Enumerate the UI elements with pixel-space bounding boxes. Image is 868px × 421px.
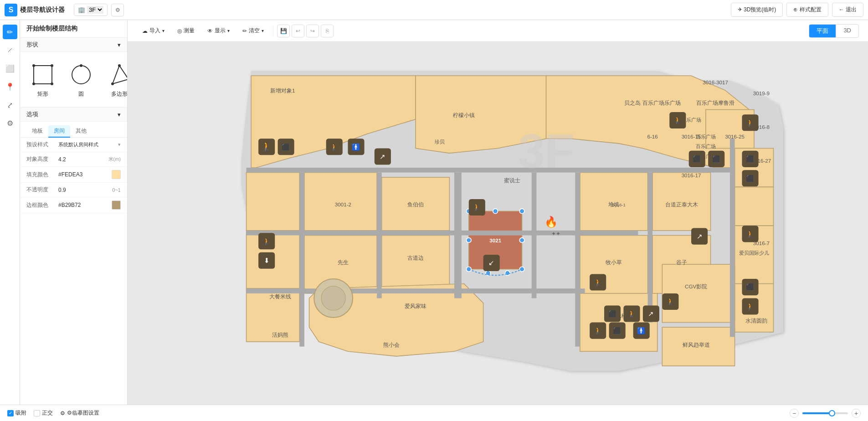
- fill-color-swatch[interactable]: [112, 170, 121, 179]
- border-color-row: 边框颜色 #B29B72: [20, 197, 127, 213]
- orthogonal-checkmark: [34, 410, 40, 416]
- svg-text:🚶: 🚶: [261, 141, 272, 152]
- app-title: 楼层导航设计器: [20, 6, 65, 14]
- border-color-swatch[interactable]: [112, 200, 121, 210]
- svg-point-3: [32, 82, 35, 85]
- snap-settings-label: ⚙临摹图设置: [67, 409, 99, 417]
- height-row: 对象高度 4.2 米(m): [20, 152, 127, 167]
- floor-settings-button[interactable]: ⚙: [111, 4, 124, 16]
- height-value[interactable]: 4.2: [58, 156, 107, 163]
- style-config-button[interactable]: ⊕ 样式配置: [786, 3, 828, 17]
- svg-point-51: [467, 238, 472, 243]
- border-color-value[interactable]: #B29B72: [58, 202, 110, 208]
- svg-text:🚶: 🚶: [594, 278, 602, 287]
- tab-3d[interactable]: 3D: [836, 25, 858, 37]
- preview-3d-button[interactable]: ✈ 3D预览(临时): [731, 3, 783, 17]
- import-button[interactable]: ☁ 导入 ▾: [137, 24, 170, 37]
- svg-rect-40: [575, 173, 580, 347]
- copy-button[interactable]: ⎘: [321, 25, 334, 37]
- undo-button[interactable]: ↩: [292, 25, 304, 37]
- opacity-value[interactable]: 0.9: [58, 187, 112, 193]
- snap-settings-button[interactable]: ⚙ ⚙临摹图设置: [60, 409, 99, 417]
- rect-canvas: [29, 61, 56, 88]
- path-tool-button[interactable]: ⤤: [3, 98, 17, 112]
- svg-text:⬇: ⬇: [264, 257, 270, 264]
- svg-text:↙: ↙: [488, 259, 494, 267]
- fill-color-value[interactable]: #FEDEA3: [58, 171, 110, 178]
- svg-point-2: [51, 64, 53, 67]
- options-chevron-icon: ▾: [118, 111, 121, 118]
- svg-text:爱风家味: 爱风家味: [405, 303, 426, 309]
- svg-text:3019-9: 3019-9: [753, 90, 770, 96]
- svg-text:⬛: ⬛: [282, 143, 290, 151]
- circle-label: 圆: [78, 90, 84, 98]
- tab-room[interactable]: 房间: [48, 125, 70, 138]
- svg-text:百乐广场: 百乐广场: [696, 144, 716, 149]
- svg-point-50: [519, 209, 524, 214]
- app-logo: S 楼层导航设计器: [5, 4, 65, 16]
- exit-button[interactable]: ← 退出: [832, 3, 863, 17]
- shape-rect[interactable]: 矩形: [26, 57, 60, 102]
- map-area[interactable]: 3F 新增对象1 柠檬小镇 3001-2 鱼伯伯 古道边 3021 先生 大餐米…: [128, 42, 868, 405]
- fill-color-label: 填充颜色: [26, 171, 58, 179]
- zoom-controls: − +: [790, 409, 861, 418]
- zoom-in-button[interactable]: +: [852, 409, 861, 418]
- zoom-out-button[interactable]: −: [790, 409, 799, 418]
- clear-button[interactable]: ✏ 清空 ▾: [237, 24, 269, 37]
- orthogonal-checkbox[interactable]: 正交: [34, 409, 53, 417]
- settings-tool-button[interactable]: ⚙: [3, 116, 17, 130]
- svg-text:新增对象1: 新增对象1: [270, 87, 295, 93]
- pin-tool-button[interactable]: 📍: [3, 79, 17, 94]
- tab-2d[interactable]: 平面: [809, 25, 836, 37]
- svg-point-52: [519, 238, 524, 243]
- entrance-tool-button[interactable]: ⬜: [3, 61, 17, 76]
- svg-text:鲜风趋举道: 鲜风趋举道: [683, 342, 710, 348]
- preset-style-chevron[interactable]: ▾: [118, 142, 121, 148]
- svg-marker-7: [113, 66, 128, 84]
- svg-text:6-16: 6-16: [647, 133, 657, 139]
- snap-settings-icon: ⚙: [60, 410, 65, 416]
- svg-rect-41: [648, 173, 653, 323]
- floor-map-svg[interactable]: 3F 新增对象1 柠檬小镇 3001-2 鱼伯伯 古道边 3021 先生 大餐米…: [128, 42, 868, 405]
- opacity-hint: 0~1: [112, 187, 121, 193]
- svg-point-8: [118, 64, 121, 67]
- svg-text:水清圆韵: 水清圆韵: [745, 318, 767, 323]
- svg-text:3016-25: 3016-25: [725, 133, 745, 139]
- svg-text:🚶: 🚶: [594, 327, 602, 335]
- svg-text:牧小草: 牧小草: [606, 259, 622, 265]
- measure-button[interactable]: ◎ 测量: [172, 24, 200, 37]
- clear-icon: ✏: [242, 28, 247, 34]
- display-button[interactable]: 👁 显示 ▾: [202, 24, 235, 37]
- shape-polygon[interactable]: 多边形: [102, 57, 128, 102]
- floor-selector[interactable]: 🏢 3F 2F 1F: [74, 4, 108, 16]
- svg-text:3016-17: 3016-17: [682, 172, 701, 178]
- redo-button[interactable]: ↪: [306, 25, 319, 37]
- svg-rect-43: [247, 168, 730, 173]
- tab-floor[interactable]: 地板: [26, 125, 48, 138]
- svg-text:熊小会: 熊小会: [383, 342, 400, 348]
- svg-text:🚶: 🚶: [666, 298, 675, 306]
- shapes-grid: 矩形 圆 多边形: [20, 52, 127, 107]
- zoom-slider-thumb[interactable]: [829, 410, 835, 416]
- edit-tool-button[interactable]: ⟋: [3, 43, 17, 57]
- floor-select[interactable]: 3F 2F 1F: [87, 6, 103, 14]
- svg-rect-17: [735, 187, 774, 226]
- draw-tool-button[interactable]: ✏: [3, 25, 17, 39]
- svg-rect-20: [247, 173, 300, 231]
- options-section-header[interactable]: 选项 ▾: [20, 107, 127, 122]
- svg-text:蜜说士: 蜜说士: [504, 177, 520, 183]
- save-button[interactable]: 💾: [277, 25, 290, 37]
- import-chevron: ▾: [162, 28, 164, 33]
- tab-other[interactable]: 其他: [70, 125, 92, 138]
- floor-number-label: 3F: [518, 124, 575, 178]
- shape-circle[interactable]: 圆: [64, 57, 98, 102]
- svg-text:3016-3017: 3016-3017: [703, 79, 728, 85]
- svg-text:🚶: 🚶: [473, 203, 481, 211]
- snap-checkbox[interactable]: ✓ 吸附: [7, 409, 26, 417]
- svg-text:🚶: 🚶: [262, 237, 271, 246]
- opacity-label: 不透明度: [26, 186, 58, 194]
- zoom-slider[interactable]: [802, 412, 848, 414]
- height-label: 对象高度: [26, 155, 58, 163]
- shapes-section-header[interactable]: 形状 ▾: [20, 37, 127, 52]
- orthogonal-label: 正交: [42, 409, 53, 417]
